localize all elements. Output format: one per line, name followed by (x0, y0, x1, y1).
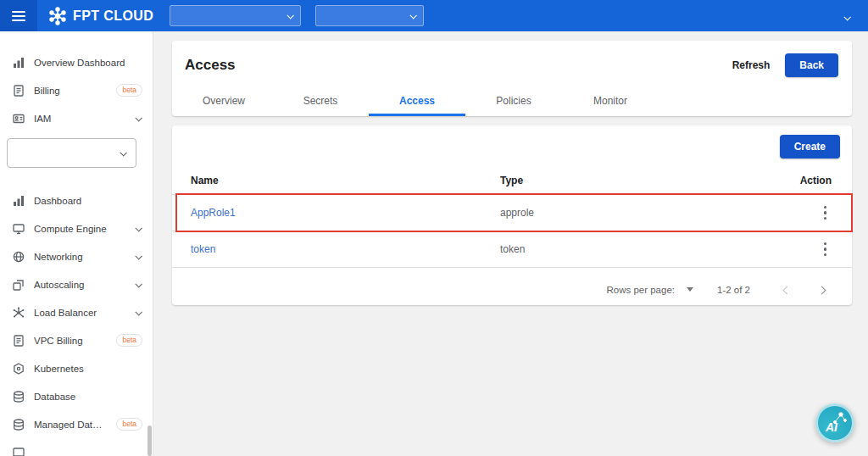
sidebar-item-database[interactable]: Database (0, 382, 153, 410)
hub-icon (12, 306, 25, 320)
sidebar-item-billing[interactable]: Billing beta (0, 76, 153, 104)
sidebar-item-managed-database[interactable]: Managed Database beta (0, 410, 153, 438)
monitoring-icon (12, 446, 25, 456)
table-row: AppRole1 approle (172, 194, 852, 231)
chevron-down-icon (410, 12, 417, 19)
database-icon (12, 390, 25, 403)
topbar: FPT CLOUD (0, 0, 868, 31)
billing-icon (12, 84, 25, 97)
sidebar-item-label: Networking (34, 252, 127, 262)
tab-overview[interactable]: Overview (175, 85, 272, 116)
column-header-name: Name (191, 175, 500, 186)
compute-icon (12, 222, 25, 236)
sidebar-item-label: Billing (34, 86, 106, 96)
sidebar-item-label: VPC Billing (34, 336, 106, 346)
account-menu-button[interactable] (844, 8, 849, 24)
column-header-type: Type (500, 175, 781, 186)
chevron-down-icon (135, 253, 142, 259)
sidebar-item-label: IAM (34, 114, 127, 124)
row-type-value: token (500, 243, 781, 255)
chevron-down-icon (135, 225, 142, 231)
sidebar-item-autoscaling[interactable]: Autoscaling (0, 270, 153, 298)
hamburger-menu-button[interactable] (0, 0, 37, 31)
sidebar-item-label: Kubernetes (34, 364, 142, 374)
access-table-card: Create Name Type Action AppRole1 approle… (172, 125, 852, 305)
rows-per-page-select[interactable] (687, 287, 693, 292)
workspace-select[interactable] (170, 5, 301, 26)
brand-name: FPT CLOUD (73, 8, 153, 24)
tab-secrets[interactable]: Secrets (272, 85, 369, 116)
sidebar-item-overview-dashboard[interactable]: Overview Dashboard (0, 48, 153, 76)
next-page-button[interactable] (810, 280, 833, 300)
ai-fab-label: AI (826, 420, 837, 434)
beta-badge: beta (116, 84, 142, 96)
pagination-bar: Rows per page: 1-2 of 2 (172, 267, 852, 311)
back-button[interactable]: Back (785, 53, 838, 77)
row-name-link[interactable]: token (191, 243, 500, 255)
sidebar: Overview Dashboard Billing beta IAM Dash… (0, 31, 153, 456)
column-header-action: Action (781, 175, 832, 186)
chevron-down-icon (287, 12, 294, 19)
sidebar-item-partial[interactable] (0, 438, 153, 456)
chevron-down-icon (120, 149, 126, 156)
sidebar-item-label: Database (34, 392, 142, 402)
sidebar-item-label: Managed Database (34, 420, 106, 430)
sidebar-item-label: Autoscaling (34, 280, 127, 290)
row-actions-kebab-icon[interactable] (819, 238, 832, 261)
brand-logo: FPT CLOUD (48, 7, 153, 25)
tab-monitor[interactable]: Monitor (562, 85, 659, 116)
access-header-card: Access Refresh Back Overview Secrets Acc… (172, 41, 852, 116)
beta-badge: beta (116, 334, 142, 346)
kubernetes-icon (12, 362, 25, 375)
tab-access[interactable]: Access (369, 85, 465, 116)
bar-chart-icon (12, 194, 25, 208)
globe-icon (12, 250, 25, 264)
create-button[interactable]: Create (780, 135, 840, 158)
sidebar-item-label: Overview Dashboard (34, 58, 142, 68)
beta-badge: beta (116, 418, 142, 430)
sidebar-item-label: Load Balancer (34, 308, 127, 318)
autoscaling-icon (12, 278, 25, 292)
chevron-down-icon (135, 281, 142, 287)
chevron-left-icon (783, 286, 792, 294)
page-title: Access (185, 57, 236, 74)
tab-bar: Overview Secrets Access Policies Monitor (172, 85, 659, 116)
chevron-down-icon (135, 114, 142, 121)
row-type-value: approle (500, 207, 781, 219)
pagination-range: 1-2 of 2 (717, 285, 750, 295)
project-select[interactable] (315, 5, 424, 26)
sidebar-item-iam[interactable]: IAM (0, 104, 153, 132)
sidebar-item-vpc-billing[interactable]: VPC Billing beta (0, 326, 153, 354)
iam-icon (12, 112, 25, 125)
sidebar-item-load-balancer[interactable]: Load Balancer (0, 298, 153, 326)
database-icon (12, 418, 25, 431)
rows-per-page-label: Rows per page: (606, 285, 675, 295)
row-name-link[interactable]: AppRole1 (191, 207, 500, 219)
sidebar-scrollbar[interactable] (147, 425, 152, 456)
sidebar-project-select[interactable] (7, 138, 136, 168)
ai-assistant-fab[interactable]: AI (815, 403, 854, 442)
previous-page-button[interactable] (776, 280, 798, 300)
sidebar-item-label: Compute Engine (34, 224, 127, 234)
sidebar-item-dashboard[interactable]: Dashboard (0, 186, 153, 214)
chevron-down-icon (135, 309, 142, 315)
chevron-right-icon (818, 286, 826, 294)
sidebar-item-compute-engine[interactable]: Compute Engine (0, 214, 153, 242)
billing-icon (12, 334, 25, 348)
table-row: token token (172, 231, 852, 267)
chevron-down-icon (843, 14, 850, 20)
sidebar-item-networking[interactable]: Networking (0, 242, 153, 270)
table-header-row: Name Type Action (172, 166, 852, 194)
sidebar-item-kubernetes[interactable]: Kubernetes (0, 354, 153, 382)
sidebar-item-label: Dashboard (34, 196, 142, 206)
tab-policies[interactable]: Policies (465, 85, 562, 116)
row-actions-kebab-icon[interactable] (819, 202, 832, 225)
bar-chart-icon (12, 56, 25, 70)
refresh-button[interactable]: Refresh (731, 56, 772, 75)
fpt-cloud-logo-icon (48, 7, 67, 25)
